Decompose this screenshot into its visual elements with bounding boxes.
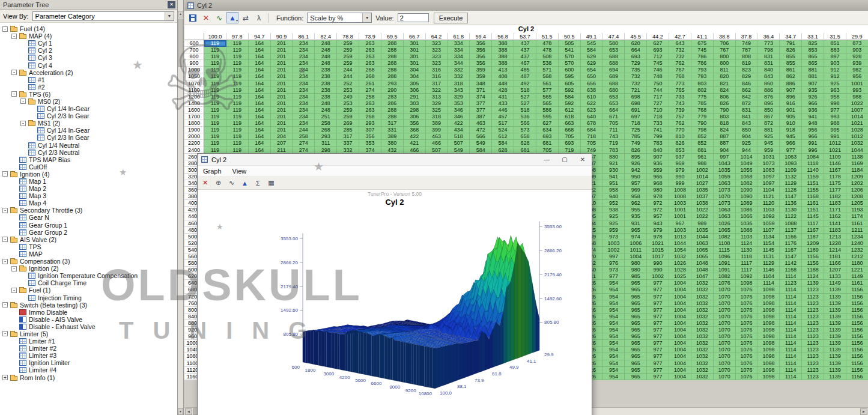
grid-cell[interactable]: 1059 [714, 174, 736, 180]
grid-cell[interactable]: 448 [492, 80, 514, 87]
grid-cell[interactable]: 371 [470, 87, 492, 94]
grid-cell[interactable]: 936 [647, 160, 669, 167]
grid-cell[interactable]: 164 [249, 40, 271, 47]
tree-item-ignition-4[interactable]: -Ignition (4) [0, 171, 177, 178]
grid-cell[interactable]: 595 [559, 73, 581, 80]
grid-cell[interactable]: 820 [714, 73, 736, 80]
grid-cell[interactable]: 263 [359, 100, 381, 107]
grid-cell[interactable]: 353 [359, 140, 381, 147]
chevron-down-icon[interactable]: ▼ [362, 13, 371, 22]
grid-cell[interactable]: 954 [602, 294, 625, 300]
grid-cell[interactable]: 664 [625, 47, 647, 53]
collapse-icon[interactable]: - [2, 259, 8, 264]
grid-cell[interactable]: 201 [271, 127, 293, 133]
grid-cell[interactable]: 288 [381, 47, 404, 53]
grid-cell[interactable]: 979 [669, 167, 691, 174]
grid-cell[interactable]: 288 [381, 53, 404, 60]
grid-cell[interactable]: 437 [514, 47, 536, 53]
col-header[interactable]: 56.8 [492, 33, 514, 40]
grid-cell[interactable]: 965 [625, 280, 647, 286]
grid-cell[interactable]: 1156 [846, 307, 868, 314]
grid-cell[interactable]: 938 [602, 207, 625, 213]
grid-cell[interactable]: 463 [426, 133, 448, 140]
grid-cell[interactable]: 1063 [714, 213, 736, 220]
grid-cell[interactable]: 1002 [691, 167, 714, 174]
grid-cell[interactable]: 954 [602, 340, 625, 347]
grid-cell[interactable]: 850 [736, 127, 758, 133]
grid-cell[interactable]: 1004 [669, 347, 691, 353]
grid-cell[interactable]: 1065 [714, 227, 736, 234]
grid-cell[interactable]: 1114 [780, 347, 802, 353]
grid-cell[interactable]: 1083 [757, 167, 780, 174]
grid-cell[interactable]: 954 [602, 300, 625, 307]
grid-cell[interactable]: 1076 [736, 327, 758, 333]
grid-cell[interactable]: 356 [359, 133, 381, 140]
grid-cell[interactable]: 1014 [736, 154, 758, 160]
grid-cell[interactable]: 767 [714, 47, 736, 53]
grid-cell[interactable]: 705 [581, 140, 603, 147]
grid-cell[interactable]: 735 [625, 67, 647, 73]
grid-cell[interactable]: 332 [448, 67, 470, 73]
grid-cell[interactable]: 293 [315, 133, 337, 140]
grid-cell[interactable]: 359 [470, 73, 492, 80]
grid-cell[interactable]: 826 [669, 140, 691, 147]
grid-cell[interactable]: 1117 [736, 260, 758, 267]
grid-cell[interactable]: 926 [802, 94, 824, 100]
grid-cell[interactable]: 388 [492, 47, 514, 53]
grid-cell[interactable]: 698 [625, 100, 647, 107]
grid-cell[interactable]: 248 [315, 100, 337, 107]
grid-cell[interactable]: 119 [204, 133, 226, 140]
grid-cell[interactable]: 989 [691, 220, 714, 227]
grid-cell[interactable]: 749 [736, 40, 758, 47]
grid-cell[interactable]: 783 [647, 140, 669, 147]
col-header[interactable]: 38.8 [714, 33, 736, 40]
grid-cell[interactable]: 437 [514, 53, 536, 60]
grid-cell[interactable]: 825 [802, 40, 824, 47]
grid-cell[interactable]: 1032 [691, 340, 714, 347]
grid-cell[interactable]: 274 [359, 87, 381, 94]
grid-cell[interactable]: 925 [736, 140, 758, 147]
grid-cell[interactable]: 331 [381, 127, 404, 133]
grid-cell[interactable]: 745 [691, 47, 714, 53]
grid-cell[interactable]: 274 [293, 140, 315, 147]
grid-cell[interactable]: 119 [204, 147, 226, 154]
grid-cell[interactable]: 743 [669, 100, 691, 107]
grid-cell[interactable]: 1123 [802, 314, 824, 320]
grid-cell[interactable]: 977 [647, 327, 669, 333]
collapse-icon[interactable]: - [11, 288, 17, 293]
grid-cell[interactable]: 1070 [714, 300, 736, 307]
grid-cell[interactable]: 431 [492, 94, 514, 100]
tree-item-map-1[interactable]: Map 1 [0, 178, 177, 185]
grid-cell[interactable]: 706 [714, 40, 736, 47]
grid-cell[interactable]: 119 [226, 40, 249, 47]
grid-cell[interactable]: 119 [204, 94, 226, 100]
grid-cell[interactable]: 119 [226, 133, 249, 140]
grid-cell[interactable]: 881 [691, 147, 714, 154]
grid-cell[interactable]: 1147 [780, 253, 802, 260]
grid-cell[interactable]: 1070 [714, 360, 736, 367]
grid-cell[interactable]: 1059 [757, 220, 780, 227]
grid-cell[interactable]: 1214 [824, 247, 846, 253]
table-window-titlebar[interactable]: Cyl 2 [184, 0, 868, 11]
col-header[interactable]: 82.4 [315, 33, 337, 40]
grid-cell[interactable]: 995 [824, 127, 846, 133]
row-header[interactable]: 1600 [184, 107, 204, 114]
grid-cell[interactable]: 119 [226, 53, 249, 60]
grid-cell[interactable]: 977 [647, 320, 669, 327]
grid-cell[interactable]: 1108 [714, 240, 736, 247]
grid-cell[interactable]: 783 [602, 147, 625, 154]
grid-cell[interactable]: 719 [602, 140, 625, 147]
grid-cell[interactable]: 1028 [669, 267, 691, 273]
grid-cell[interactable]: 977 [647, 307, 669, 314]
grid-cell[interactable]: 263 [359, 40, 381, 47]
grid-cell[interactable]: 1032 [691, 333, 714, 340]
grid-cell[interactable]: 907 [647, 154, 669, 160]
grid-cell[interactable]: 785 [625, 133, 647, 140]
grid-cell[interactable]: 259 [337, 114, 359, 120]
value-input[interactable] [398, 13, 429, 22]
grid-cell[interactable]: 428 [492, 87, 514, 94]
execute-button[interactable]: Execute [434, 13, 469, 23]
grid-cell[interactable]: 978 [647, 234, 669, 240]
grid-cell[interactable]: 261 [359, 80, 381, 87]
grid-cell[interactable]: 954 [602, 374, 625, 380]
